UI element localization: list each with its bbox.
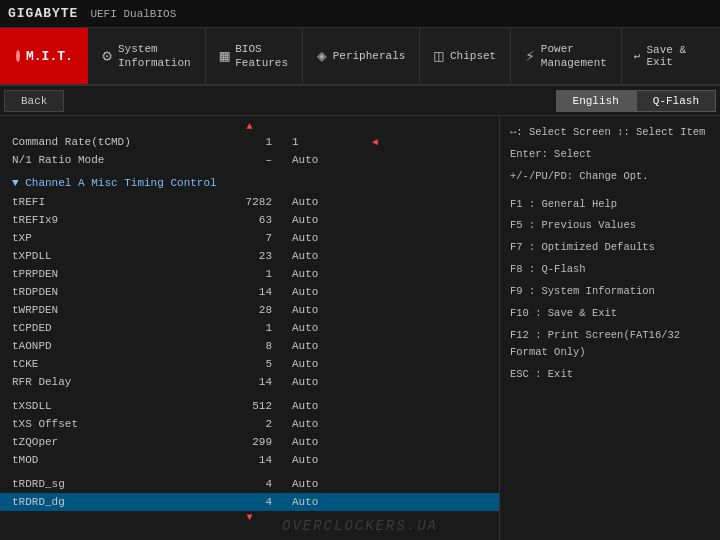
setting-value-trefi: 7282 (212, 196, 292, 208)
setting-row-tzqoper[interactable]: tZQOper 299 Auto (0, 433, 499, 451)
setting-name-trefix9: tREFIx9 (12, 214, 212, 226)
setting-name-tzqoper: tZQOper (12, 436, 212, 448)
gigabyte-logo: GIGABYTE (8, 6, 78, 21)
peripherals-icon: ◈ (317, 46, 327, 66)
top-bar: GIGABYTE UEFI DualBIOS (0, 0, 720, 28)
setting-name-txp: tXP (12, 232, 212, 244)
setting-value-txs-offset: 2 (212, 418, 292, 430)
back-button[interactable]: Back (4, 90, 64, 112)
setting-name-txs-offset: tXS Offset (12, 418, 212, 430)
setting-value-rfr-delay: 14 (212, 376, 292, 388)
setting-value-n1-ratio: – (212, 154, 292, 166)
help-f5-text: F5 : Previous Values (510, 219, 636, 231)
scroll-up-indicator: ▲ (0, 120, 499, 133)
setting-value-txpdll: 23 (212, 250, 292, 262)
peripherals-line1: Peripherals (333, 49, 406, 63)
nav-bios-features[interactable]: ▦ BIOS Features (206, 28, 303, 84)
mit-label: M.I.T. (26, 49, 73, 64)
setting-row-command-rate[interactable]: Command Rate(tCMD) 1 1 ◄ (0, 133, 499, 151)
qflash-button[interactable]: Q-Flash (636, 90, 716, 112)
setting-row-taonpd[interactable]: tAONPD 8 Auto (0, 337, 499, 355)
chipset-icon: ◫ (434, 46, 444, 66)
nav-chipset[interactable]: ◫ Chipset (420, 28, 511, 84)
setting-row-n1-ratio[interactable]: N/1 Ratio Mode – Auto (0, 151, 499, 169)
help-esc: ESC : Exit (510, 366, 710, 384)
setting-row-trefi[interactable]: tREFI 7282 Auto (0, 193, 499, 211)
setting-row-txp[interactable]: tXP 7 Auto (0, 229, 499, 247)
setting-row-txpdll[interactable]: tXPDLL 23 Auto (0, 247, 499, 265)
nav-power-management[interactable]: ⚡ Power Management (511, 28, 622, 84)
help-navigate: ↔: Select Screen ↕: Select Item (510, 124, 710, 142)
setting-row-trdrd-sg[interactable]: tRDRD_sg 4 Auto (0, 475, 499, 493)
nav-system-information[interactable]: ⚙ System Information (88, 28, 205, 84)
setting-option-taonpd: Auto (292, 340, 372, 352)
power-icon: ⚡ (525, 46, 535, 66)
help-f7: F7 : Optimized Defaults (510, 239, 710, 257)
setting-name-tcke: tCKE (12, 358, 212, 370)
help-f7-text: F7 : Optimized Defaults (510, 241, 655, 253)
setting-value-trdrd-dg: 4 (212, 496, 292, 508)
save-exit-icon: ↩ (634, 50, 641, 63)
bios-features-line2: Features (235, 56, 288, 70)
bios-features-icon: ▦ (220, 46, 230, 66)
nav-peripherals[interactable]: ◈ Peripherals (303, 28, 420, 84)
setting-option-trdpden: Auto (292, 286, 372, 298)
setting-value-tcpded: 1 (212, 322, 292, 334)
english-button[interactable]: English (556, 90, 636, 112)
help-f12-text: F12 : Print Screen(FAT16/32 Format Only) (510, 329, 680, 359)
setting-value-txsdll: 512 (212, 400, 292, 412)
setting-option-rfr-delay: Auto (292, 376, 372, 388)
setting-option-tmod: Auto (292, 454, 372, 466)
setting-option-n1-ratio: Auto (292, 154, 372, 166)
help-f12: F12 : Print Screen(FAT16/32 Format Only) (510, 327, 710, 363)
setting-row-txs-offset[interactable]: tXS Offset 2 Auto (0, 415, 499, 433)
help-f9-text: F9 : System Information (510, 285, 655, 297)
setting-name-twrpden: tWRPDEN (12, 304, 212, 316)
setting-row-tmod[interactable]: tMOD 14 Auto (0, 451, 499, 469)
lang-flash-group: English Q-Flash (556, 90, 716, 112)
nav-save-exit[interactable]: ↩ Save & Exit (622, 28, 720, 84)
setting-row-rfr-delay[interactable]: RFR Delay 14 Auto (0, 373, 499, 391)
watermark: OVERCLOCKERS.UA (282, 518, 438, 534)
setting-name-command-rate: Command Rate(tCMD) (12, 136, 212, 148)
help-navigate-text: ↔: Select Screen ↕: Select Item (510, 126, 705, 138)
setting-name-trdpden: tRDPDEN (12, 286, 212, 298)
setting-option-command-rate: 1 (292, 136, 372, 148)
setting-value-trefix9: 63 (212, 214, 292, 226)
setting-row-trdrd-dg[interactable]: tRDRD_dg 4 Auto (0, 493, 499, 511)
help-f8: F8 : Q-Flash (510, 261, 710, 279)
setting-name-trefi: tREFI (12, 196, 212, 208)
action-bar: Back English Q-Flash (0, 86, 720, 116)
setting-option-tcpded: Auto (292, 322, 372, 334)
system-info-line2: Information (118, 56, 191, 70)
setting-value-tzqoper: 299 (212, 436, 292, 448)
mit-tab[interactable]: M.I.T. (0, 28, 88, 84)
setting-row-tcpded[interactable]: tCPDED 1 Auto (0, 319, 499, 337)
help-f5: F5 : Previous Values (510, 217, 710, 235)
power-line1: Power (541, 42, 607, 56)
setting-option-trdrd-dg: Auto (292, 496, 372, 508)
setting-name-trdrd-sg: tRDRD_sg (12, 478, 212, 490)
setting-name-tprpden: tPRPDEN (12, 268, 212, 280)
help-f10-text: F10 : Save & Exit (510, 307, 617, 319)
settings-panel: ▲ Command Rate(tCMD) 1 1 ◄ N/1 Ratio Mod… (0, 116, 500, 540)
setting-row-tcke[interactable]: tCKE 5 Auto (0, 355, 499, 373)
setting-row-tprpden[interactable]: tPRPDEN 1 Auto (0, 265, 499, 283)
help-enter-text: Enter: Select (510, 148, 592, 160)
setting-indicator-command-rate: ◄ (372, 137, 388, 148)
system-info-icon: ⚙ (102, 46, 112, 66)
setting-row-twrpden[interactable]: tWRPDEN 28 Auto (0, 301, 499, 319)
setting-row-txsdll[interactable]: tXSDLL 512 Auto (0, 397, 499, 415)
system-info-line1: System (118, 42, 191, 56)
setting-option-tprpden: Auto (292, 268, 372, 280)
setting-name-rfr-delay: RFR Delay (12, 376, 212, 388)
setting-value-tcke: 5 (212, 358, 292, 370)
chipset-line1: Chipset (450, 49, 496, 63)
setting-row-trdpden[interactable]: tRDPDEN 14 Auto (0, 283, 499, 301)
setting-option-txs-offset: Auto (292, 418, 372, 430)
setting-row-trefix9[interactable]: tREFIx9 63 Auto (0, 211, 499, 229)
setting-name-txpdll: tXPDLL (12, 250, 212, 262)
mit-dot (16, 50, 20, 62)
setting-option-trefix9: Auto (292, 214, 372, 226)
help-change-text: +/-/PU/PD: Change Opt. (510, 170, 649, 182)
